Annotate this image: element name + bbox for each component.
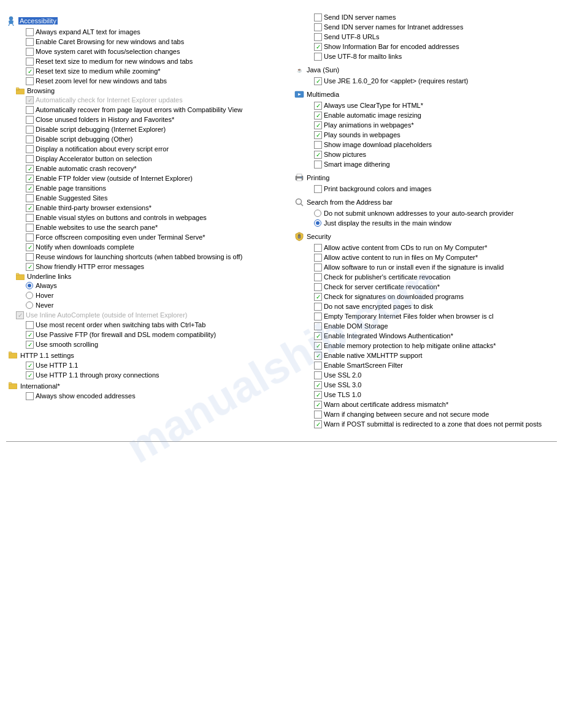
checkbox-row[interactable]: Warn if changing between secure and not … bbox=[294, 409, 557, 419]
checkbox-row[interactable]: Play animations in webpages* bbox=[294, 120, 557, 130]
checkbox-row[interactable]: Check for signatures on downloaded progr… bbox=[294, 292, 557, 301]
checkbox-row[interactable]: Always use ClearType for HTML* bbox=[294, 100, 557, 110]
checkbox[interactable] bbox=[26, 67, 34, 75]
checkbox[interactable] bbox=[314, 273, 322, 281]
checkbox-row[interactable]: Check for server certificate revocation* bbox=[294, 282, 557, 292]
checkbox[interactable] bbox=[314, 151, 322, 159]
checkbox-row[interactable]: Send IDN server names bbox=[294, 12, 557, 22]
checkbox[interactable] bbox=[26, 48, 34, 56]
inline-autocomplete-checkbox[interactable] bbox=[16, 311, 24, 319]
radio-row[interactable]: Just display the results in the main win… bbox=[294, 218, 557, 228]
checkbox[interactable] bbox=[26, 77, 34, 85]
checkbox-row[interactable]: Show pictures bbox=[294, 150, 557, 159]
radio-row[interactable]: Do not submit unknown addresses to your … bbox=[294, 208, 557, 218]
checkbox[interactable] bbox=[314, 121, 322, 129]
checkbox[interactable] bbox=[26, 106, 34, 114]
checkbox[interactable] bbox=[314, 161, 322, 169]
checkbox[interactable] bbox=[314, 362, 322, 370]
checkbox-row[interactable]: Smart image dithering bbox=[294, 159, 557, 169]
checkbox[interactable] bbox=[314, 23, 322, 31]
checkbox-row[interactable]: Use smooth scrolling bbox=[6, 339, 288, 349]
checkbox[interactable] bbox=[26, 28, 34, 36]
checkbox[interactable] bbox=[314, 254, 322, 262]
checkbox-row[interactable]: Enable Suggested Sites bbox=[6, 193, 288, 203]
checkbox[interactable] bbox=[26, 175, 34, 183]
checkbox-row[interactable]: Send IDN server names for Intranet addre… bbox=[294, 22, 557, 32]
checkbox[interactable] bbox=[26, 392, 34, 400]
checkbox-row[interactable]: Use most recent order when switching tab… bbox=[6, 320, 288, 330]
checkbox-row[interactable]: Use UTF-8 for mailto links bbox=[294, 51, 557, 61]
checkbox[interactable] bbox=[314, 322, 322, 330]
checkbox-row[interactable]: Show friendly HTTP error messages bbox=[6, 262, 288, 271]
checkbox[interactable] bbox=[26, 145, 34, 153]
checkbox-row[interactable]: Close unused folders in History and Favo… bbox=[6, 115, 288, 124]
checkbox[interactable] bbox=[26, 224, 34, 232]
checkbox[interactable] bbox=[26, 204, 34, 212]
checkbox[interactable] bbox=[314, 141, 322, 149]
checkbox[interactable] bbox=[314, 43, 322, 51]
checkbox[interactable] bbox=[26, 194, 34, 202]
checkbox[interactable] bbox=[314, 411, 322, 419]
checkbox[interactable] bbox=[26, 331, 34, 339]
checkbox-row[interactable]: Reuse windows for launching shortcuts (w… bbox=[6, 252, 288, 262]
inline-autocomplete-row[interactable]: Use Inline AutoComplete (outside of Inte… bbox=[6, 310, 288, 320]
checkbox-row[interactable]: Disable script debugging (Internet Explo… bbox=[6, 124, 288, 134]
checkbox-row[interactable]: Allow software to run or install even if… bbox=[294, 262, 557, 272]
checkbox-row[interactable]: Use Passive FTP (for firewall and DSL mo… bbox=[6, 330, 288, 339]
checkbox-row[interactable]: Enable Caret Browsing for new windows an… bbox=[6, 37, 288, 47]
radio-button[interactable] bbox=[314, 210, 321, 217]
checkbox[interactable] bbox=[314, 401, 322, 409]
checkbox-row[interactable]: Enable memory protection to help mitigat… bbox=[294, 341, 557, 351]
checkbox[interactable] bbox=[314, 381, 322, 389]
checkbox[interactable] bbox=[314, 131, 322, 139]
checkbox[interactable] bbox=[314, 352, 322, 360]
checkbox-row[interactable]: Enable third-party browser extensions* bbox=[6, 203, 288, 213]
checkbox-row[interactable]: Reset zoom level for new windows and tab… bbox=[6, 76, 288, 86]
radio-button[interactable] bbox=[314, 219, 321, 227]
checkbox-row[interactable]: Always show encoded addresses bbox=[6, 391, 288, 401]
checkbox[interactable] bbox=[314, 264, 322, 271]
checkbox[interactable] bbox=[26, 371, 34, 379]
radio-button[interactable] bbox=[26, 301, 33, 309]
checkbox[interactable] bbox=[314, 283, 322, 291]
checkbox-row[interactable]: Enable DOM Storage bbox=[294, 321, 557, 331]
checkbox[interactable] bbox=[26, 233, 34, 241]
checkbox-row[interactable]: Automatically recover from page layout e… bbox=[6, 105, 288, 115]
checkbox-row[interactable]: Enable SmartScreen Filter bbox=[294, 360, 557, 370]
checkbox[interactable] bbox=[314, 303, 322, 311]
checkbox-row[interactable]: Use HTTP 1.1 bbox=[6, 360, 288, 370]
checkbox[interactable] bbox=[26, 341, 34, 349]
checkbox-row[interactable]: Check for publisher's certificate revoca… bbox=[294, 272, 557, 282]
checkbox-row[interactable]: Enable page transitions bbox=[6, 183, 288, 193]
checkbox[interactable] bbox=[26, 126, 34, 134]
checkbox-row[interactable]: Enable websites to use the search pane* bbox=[6, 222, 288, 232]
checkbox[interactable] bbox=[26, 263, 34, 271]
checkbox-row[interactable]: Do not save encrypted pages to disk bbox=[294, 301, 557, 311]
checkbox[interactable] bbox=[26, 214, 34, 222]
checkbox-row[interactable]: Show image download placeholders bbox=[294, 140, 557, 150]
checkbox-row[interactable]: Reset text size to medium while zooming* bbox=[6, 66, 288, 76]
checkbox[interactable] bbox=[314, 293, 322, 301]
checkbox-row[interactable]: Empty Temporary Internet Files folder wh… bbox=[294, 311, 557, 321]
checkbox-row[interactable]: Move system caret with focus/selection c… bbox=[6, 47, 288, 56]
checkbox-row[interactable]: Use SSL 2.0 bbox=[294, 370, 557, 380]
checkbox[interactable] bbox=[26, 362, 34, 370]
checkbox-row[interactable]: Allow active content from CDs to run on … bbox=[294, 243, 557, 252]
checkbox[interactable] bbox=[314, 313, 322, 320]
checkbox-row[interactable]: Allow active content to run in files on … bbox=[294, 252, 557, 262]
checkbox-row[interactable]: Always expand ALT text for images bbox=[6, 27, 288, 37]
checkbox[interactable] bbox=[314, 185, 322, 193]
radio-row[interactable]: Hover bbox=[6, 290, 288, 300]
checkbox-row[interactable]: Use JRE 1.6.0_20 for <applet> (requires … bbox=[294, 76, 557, 86]
checkbox[interactable] bbox=[26, 38, 34, 46]
checkbox[interactable] bbox=[26, 321, 34, 329]
checkbox-row[interactable]: Use HTTP 1.1 through proxy connections bbox=[6, 370, 288, 380]
checkbox[interactable] bbox=[26, 184, 34, 192]
checkbox-row[interactable]: Play sounds in webpages bbox=[294, 130, 557, 140]
checkbox-row[interactable]: Enable visual styles on buttons and cont… bbox=[6, 213, 288, 222]
checkbox[interactable] bbox=[314, 332, 322, 340]
checkbox[interactable] bbox=[314, 53, 322, 61]
checkbox[interactable] bbox=[26, 155, 34, 163]
checkbox[interactable] bbox=[314, 342, 322, 350]
checkbox-row[interactable]: Reset text size to medium for new window… bbox=[6, 56, 288, 66]
